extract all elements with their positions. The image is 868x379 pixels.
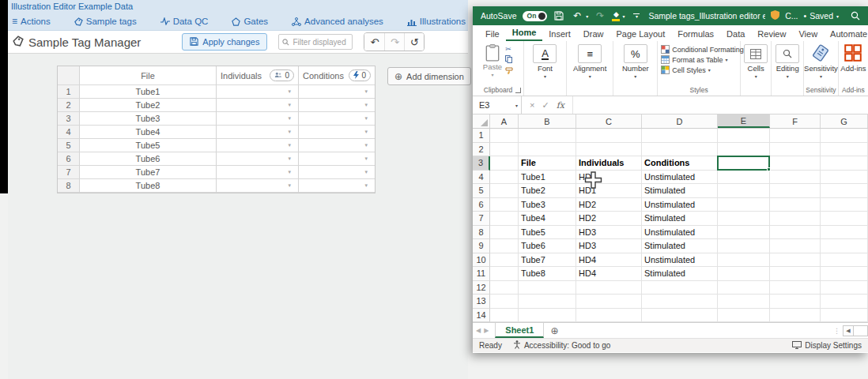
conditions-count-badge[interactable]: 0 bbox=[349, 69, 371, 81]
cell-G6[interactable] bbox=[821, 198, 868, 212]
cell-E12[interactable] bbox=[718, 281, 770, 295]
cancel-icon[interactable]: × bbox=[530, 100, 534, 110]
conditional-formatting-button[interactable]: Conditional Formatting ▾ bbox=[661, 44, 749, 54]
account-label[interactable]: C... bbox=[785, 11, 798, 21]
cell-C9[interactable]: HD3 bbox=[576, 239, 642, 253]
experiment-title[interactable]: Illustration Editor Example Data bbox=[8, 0, 468, 13]
undo-button[interactable]: ↶ bbox=[364, 33, 384, 51]
cell-F11[interactable] bbox=[770, 267, 821, 281]
conditions-dropdown-cell[interactable]: ▾ bbox=[299, 85, 375, 99]
cell-D3[interactable]: Conditions bbox=[642, 156, 718, 171]
cell-C12[interactable] bbox=[576, 281, 642, 295]
redo-button[interactable]: ↷ bbox=[384, 33, 404, 51]
cell-E3[interactable] bbox=[718, 156, 770, 171]
cell-A7[interactable] bbox=[490, 212, 519, 226]
row-header-5[interactable]: 5 bbox=[473, 184, 490, 198]
cell-F8[interactable] bbox=[770, 226, 821, 240]
cell-D2[interactable] bbox=[642, 143, 718, 157]
cell-A6[interactable] bbox=[490, 198, 519, 212]
row-header-3[interactable]: 3 bbox=[473, 156, 490, 171]
cell-A3[interactable] bbox=[490, 156, 519, 171]
cell-G7[interactable] bbox=[821, 212, 868, 226]
cell-G14[interactable] bbox=[821, 309, 868, 323]
cell-G5[interactable] bbox=[821, 184, 868, 198]
cell-A2[interactable] bbox=[490, 143, 519, 157]
cell-D6[interactable]: Unstimulated bbox=[642, 198, 718, 212]
conditions-dropdown-cell[interactable]: ▾ bbox=[299, 126, 375, 139]
cell-B7[interactable]: Tube4 bbox=[519, 212, 576, 226]
cell-F14[interactable] bbox=[770, 309, 821, 323]
horizontal-scrollbar[interactable]: ⋮ ◀ bbox=[833, 323, 868, 338]
row-header-12[interactable]: 12 bbox=[473, 281, 490, 295]
tab-insert[interactable]: Insert bbox=[542, 29, 577, 41]
cut-icon[interactable]: ✂ bbox=[505, 46, 513, 53]
cell-D1[interactable] bbox=[642, 129, 718, 143]
column-header-E[interactable]: E bbox=[718, 114, 770, 128]
cell-E14[interactable] bbox=[718, 309, 770, 323]
cell-D14[interactable] bbox=[642, 309, 718, 323]
row-header-8[interactable]: 8 bbox=[473, 226, 490, 240]
individuals-dropdown-cell[interactable]: ▾ bbox=[217, 152, 299, 166]
add-ins-button[interactable]: Add-ins bbox=[840, 44, 866, 73]
cell-D13[interactable] bbox=[642, 295, 718, 309]
tab-formulas[interactable]: Formulas bbox=[671, 29, 720, 41]
cell-F5[interactable] bbox=[770, 184, 821, 198]
cell-B14[interactable] bbox=[519, 309, 576, 323]
font-button[interactable]: A Font ▾ bbox=[533, 44, 557, 79]
cell-F1[interactable] bbox=[770, 129, 821, 143]
fill-color-caret-icon[interactable]: ▾ bbox=[622, 13, 625, 19]
apply-changes-button[interactable]: Apply changes bbox=[182, 33, 267, 51]
cell-G13[interactable] bbox=[821, 295, 868, 309]
row-header-6[interactable]: 6 bbox=[473, 198, 490, 212]
cells-button[interactable]: Cells ▾ bbox=[744, 44, 768, 79]
conditions-dropdown-cell[interactable]: ▾ bbox=[299, 99, 375, 112]
saved-status[interactable]: • Saved ▾ bbox=[804, 11, 839, 21]
sheet-nav-arrows[interactable]: ◀▶ bbox=[473, 327, 495, 334]
cell-A4[interactable] bbox=[490, 171, 519, 185]
cell-C2[interactable] bbox=[576, 143, 642, 157]
cell-A10[interactable] bbox=[490, 253, 519, 268]
cell-F7[interactable] bbox=[770, 212, 821, 226]
cell-D9[interactable]: Stimulated bbox=[642, 239, 718, 253]
cell-G11[interactable] bbox=[821, 267, 868, 281]
format-painter-icon[interactable] bbox=[505, 67, 513, 77]
tab-file[interactable]: File bbox=[479, 29, 506, 41]
undo-caret-icon[interactable]: ▾ bbox=[586, 13, 588, 19]
cell-F4[interactable] bbox=[770, 171, 821, 185]
cell-A9[interactable] bbox=[490, 239, 519, 253]
cell-B10[interactable]: Tube7 bbox=[519, 253, 576, 268]
cell-C4[interactable]: HD1 bbox=[576, 171, 642, 185]
filter-input[interactable] bbox=[292, 38, 348, 47]
row-header-14[interactable]: 14 bbox=[473, 309, 490, 323]
cell-D4[interactable]: Unstimulated bbox=[642, 171, 718, 185]
cell-E2[interactable] bbox=[718, 143, 770, 157]
cell-D12[interactable] bbox=[642, 281, 718, 295]
copy-icon[interactable] bbox=[505, 55, 513, 65]
cell-F13[interactable] bbox=[770, 295, 821, 309]
cell-B11[interactable]: Tube8 bbox=[519, 267, 576, 281]
cell-C5[interactable]: HD1 bbox=[576, 184, 642, 198]
individuals-dropdown-cell[interactable]: ▾ bbox=[217, 99, 299, 112]
cell-G8[interactable] bbox=[821, 226, 868, 240]
cell-C6[interactable]: HD2 bbox=[576, 198, 642, 212]
display-settings[interactable]: Display Settings bbox=[792, 341, 862, 351]
conditions-dropdown-cell[interactable]: ▾ bbox=[299, 139, 375, 152]
cell-A11[interactable] bbox=[490, 267, 519, 281]
individuals-dropdown-cell[interactable]: ▾ bbox=[217, 126, 299, 139]
row-header-10[interactable]: 10 bbox=[473, 253, 490, 268]
row-header-1[interactable]: 1 bbox=[473, 129, 490, 143]
undo-icon[interactable]: ↶ bbox=[571, 9, 583, 22]
cell-E10[interactable] bbox=[718, 253, 770, 268]
row-header-9[interactable]: 9 bbox=[473, 239, 490, 253]
cell-F2[interactable] bbox=[770, 143, 821, 157]
cell-G1[interactable] bbox=[821, 129, 868, 143]
row-header-4[interactable]: 4 bbox=[473, 171, 490, 185]
conditions-dropdown-cell[interactable]: ▾ bbox=[299, 112, 375, 126]
cell-B6[interactable]: Tube3 bbox=[519, 198, 576, 212]
row-header-13[interactable]: 13 bbox=[473, 295, 490, 309]
cell-E4[interactable] bbox=[718, 171, 770, 185]
cell-E9[interactable] bbox=[718, 239, 770, 253]
cell-B13[interactable] bbox=[519, 295, 576, 309]
cell-B3[interactable]: File bbox=[519, 156, 576, 171]
row-header-7[interactable]: 7 bbox=[473, 212, 490, 226]
